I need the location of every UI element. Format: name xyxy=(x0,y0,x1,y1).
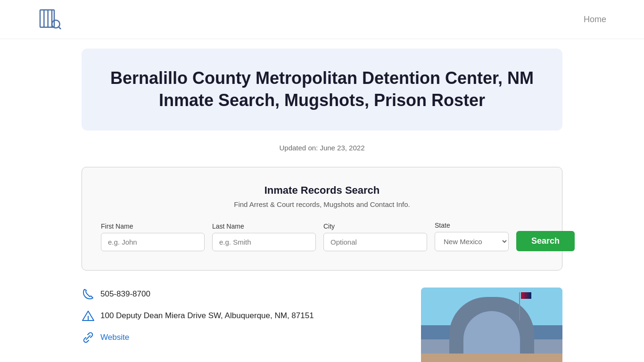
phone-icon xyxy=(82,288,95,301)
logo-icon xyxy=(38,8,61,31)
flag xyxy=(521,292,531,299)
city-input[interactable] xyxy=(323,233,427,251)
main-content: Bernalillo County Metropolitan Detention… xyxy=(63,39,581,362)
search-box-title: Inmate Records Search xyxy=(101,184,543,197)
city-label: City xyxy=(323,222,427,230)
svg-line-5 xyxy=(58,27,60,29)
logo xyxy=(38,8,61,31)
address-item: 100 Deputy Dean Miera Drive SW, Albuquer… xyxy=(82,309,402,322)
phone-item: 505-839-8700 xyxy=(82,288,402,301)
last-name-label: Last Name xyxy=(212,222,316,230)
last-name-group: Last Name xyxy=(212,222,316,251)
header: Home xyxy=(0,0,644,39)
building-illustration xyxy=(421,288,562,362)
state-group: State AlabamaAlaskaArizonaArkansasCalifo… xyxy=(435,222,509,251)
website-link[interactable]: Website xyxy=(100,333,129,342)
search-button[interactable]: Search xyxy=(516,231,575,251)
last-name-input[interactable] xyxy=(212,233,316,251)
search-fields: First Name Last Name City State AlabamaA… xyxy=(101,222,543,251)
info-section: 505-839-8700 100 Deputy Dean Miera Drive… xyxy=(82,288,562,362)
state-select[interactable]: AlabamaAlaskaArizonaArkansasCaliforniaCo… xyxy=(435,232,509,251)
nav-home-link[interactable]: Home xyxy=(584,15,606,25)
updated-date: Updated on: June 23, 2022 xyxy=(82,144,562,152)
address-icon xyxy=(82,309,95,322)
building-image xyxy=(421,288,562,362)
state-label: State xyxy=(435,222,509,229)
first-name-label: First Name xyxy=(101,222,205,230)
search-box-subtitle: Find Arrest & Court records, Mugshots an… xyxy=(101,200,543,208)
link-icon xyxy=(82,331,95,344)
flag-pole xyxy=(519,292,520,321)
phone-text: 505-839-8700 xyxy=(100,289,150,299)
address-text: 100 Deputy Dean Miera Drive SW, Albuquer… xyxy=(100,311,314,321)
city-group: City xyxy=(323,222,427,251)
hero-box: Bernalillo County Metropolitan Detention… xyxy=(82,49,562,131)
first-name-group: First Name xyxy=(101,222,205,251)
search-box: Inmate Records Search Find Arrest & Cour… xyxy=(82,167,562,271)
page-title: Bernalillo County Metropolitan Detention… xyxy=(110,67,534,112)
info-left: 505-839-8700 100 Deputy Dean Miera Drive… xyxy=(82,288,402,353)
first-name-input[interactable] xyxy=(101,233,205,251)
website-item: Website xyxy=(82,331,402,344)
